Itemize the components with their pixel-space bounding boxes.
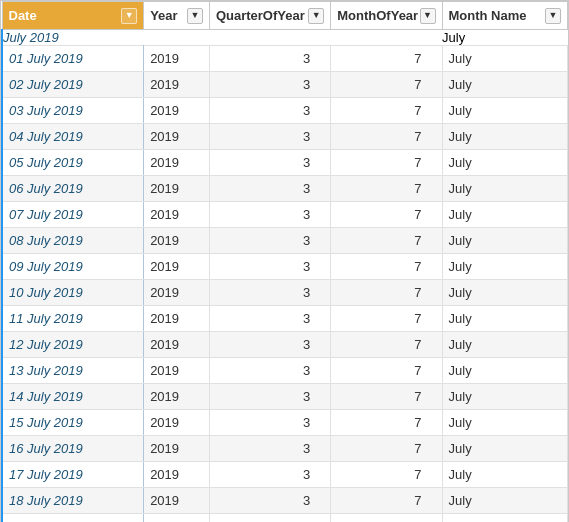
- cell-year: 2019: [144, 72, 210, 98]
- column-label-monthname: Month Name: [449, 8, 527, 23]
- column-label-year: Year: [150, 8, 177, 23]
- cell-quarter: 3: [209, 410, 330, 436]
- table-header: Date▼Year▼QuarterOfYear▼MonthOfYear▼Mont…: [2, 2, 568, 30]
- cell-month: 7: [331, 228, 442, 254]
- cell-date: 05 July 2019: [2, 150, 144, 176]
- cell-monthname: July: [442, 124, 567, 150]
- cell-date: 12 July 2019: [2, 332, 144, 358]
- column-label-month: MonthOfYear: [337, 8, 418, 23]
- cell-year: 2019: [144, 514, 210, 523]
- cell-monthname: July: [442, 332, 567, 358]
- cell-date: 11 July 2019: [2, 306, 144, 332]
- cell-quarter: 3: [209, 254, 330, 280]
- table-row: 05 July 2019201937July: [2, 150, 568, 176]
- cell-month: 7: [331, 384, 442, 410]
- cell-date: 13 July 2019: [2, 358, 144, 384]
- cell-month: 7: [331, 46, 442, 72]
- data-table: Date▼Year▼QuarterOfYear▼MonthOfYear▼Mont…: [0, 0, 569, 522]
- cell-monthname: July: [442, 514, 567, 523]
- cell-month: 7: [331, 306, 442, 332]
- cell-year: 2019: [144, 306, 210, 332]
- cell-quarter: 3: [209, 228, 330, 254]
- filter-button-quarter[interactable]: ▼: [308, 8, 324, 24]
- cell-year: 2019: [144, 176, 210, 202]
- cell-month: 7: [331, 176, 442, 202]
- column-header-month: MonthOfYear▼: [331, 2, 442, 30]
- table-row: 07 July 2019201937July: [2, 202, 568, 228]
- cell-date: 06 July 2019: [2, 176, 144, 202]
- cell-month: 7: [331, 72, 442, 98]
- cell-date: 19 July 2019: [2, 514, 144, 523]
- cell-quarter: 3: [209, 332, 330, 358]
- subheader-cell-month: [331, 30, 442, 46]
- cell-monthname: July: [442, 462, 567, 488]
- cell-date: 16 July 2019: [2, 436, 144, 462]
- cell-month: 7: [331, 280, 442, 306]
- table-row: 13 July 2019201937July: [2, 358, 568, 384]
- cell-quarter: 3: [209, 98, 330, 124]
- cell-month: 7: [331, 410, 442, 436]
- cell-year: 2019: [144, 384, 210, 410]
- cell-quarter: 3: [209, 514, 330, 523]
- table-row: 11 July 2019201937July: [2, 306, 568, 332]
- table-row: 14 July 2019201937July: [2, 384, 568, 410]
- cell-month: 7: [331, 150, 442, 176]
- column-header-monthname: Month Name▼: [442, 2, 567, 30]
- cell-date: 15 July 2019: [2, 410, 144, 436]
- cell-quarter: 3: [209, 462, 330, 488]
- cell-date: 18 July 2019: [2, 488, 144, 514]
- cell-year: 2019: [144, 488, 210, 514]
- filter-button-year[interactable]: ▼: [187, 8, 203, 24]
- cell-month: 7: [331, 488, 442, 514]
- cell-year: 2019: [144, 280, 210, 306]
- cell-quarter: 3: [209, 488, 330, 514]
- cell-monthname: July: [442, 228, 567, 254]
- cell-date: 08 July 2019: [2, 228, 144, 254]
- dropdown-arrow-icon: ▼: [125, 11, 134, 20]
- cell-monthname: July: [442, 384, 567, 410]
- cell-monthname: July: [442, 358, 567, 384]
- cell-year: 2019: [144, 46, 210, 72]
- cell-quarter: 3: [209, 358, 330, 384]
- cell-year: 2019: [144, 150, 210, 176]
- cell-year: 2019: [144, 254, 210, 280]
- cell-monthname: July: [442, 202, 567, 228]
- column-label-date: Date: [9, 8, 37, 23]
- filter-button-date[interactable]: ▼: [121, 8, 137, 24]
- cell-monthname: July: [442, 72, 567, 98]
- table-row: 16 July 2019201937July: [2, 436, 568, 462]
- filter-button-monthname[interactable]: ▼: [545, 8, 561, 24]
- cell-monthname: July: [442, 410, 567, 436]
- cell-month: 7: [331, 332, 442, 358]
- filter-button-month[interactable]: ▼: [420, 8, 436, 24]
- cell-quarter: 3: [209, 436, 330, 462]
- cell-year: 2019: [144, 462, 210, 488]
- table-body: 01 July 2019201937July02 July 2019201937…: [2, 46, 568, 523]
- cell-monthname: July: [442, 488, 567, 514]
- cell-year: 2019: [144, 332, 210, 358]
- cell-year: 2019: [144, 410, 210, 436]
- cell-quarter: 3: [209, 72, 330, 98]
- cell-year: 2019: [144, 358, 210, 384]
- cell-quarter: 3: [209, 46, 330, 72]
- cell-date: 07 July 2019: [2, 202, 144, 228]
- table-row: 15 July 2019201937July: [2, 410, 568, 436]
- cell-quarter: 3: [209, 124, 330, 150]
- cell-month: 7: [331, 98, 442, 124]
- cell-year: 2019: [144, 98, 210, 124]
- column-header-year: Year▼: [144, 2, 210, 30]
- cell-date: 10 July 2019: [2, 280, 144, 306]
- dropdown-arrow-icon: ▼: [190, 11, 199, 20]
- dropdown-arrow-icon: ▼: [312, 11, 321, 20]
- table-row: 02 July 2019201937July: [2, 72, 568, 98]
- cell-year: 2019: [144, 202, 210, 228]
- column-header-date: Date▼: [2, 2, 144, 30]
- cell-month: 7: [331, 254, 442, 280]
- subheader-cell-date: July 2019: [2, 30, 144, 46]
- cell-monthname: July: [442, 46, 567, 72]
- cell-monthname: July: [442, 150, 567, 176]
- table-row: 06 July 2019201937July: [2, 176, 568, 202]
- cell-monthname: July: [442, 254, 567, 280]
- table-row: 08 July 2019201937July: [2, 228, 568, 254]
- cell-date: 09 July 2019: [2, 254, 144, 280]
